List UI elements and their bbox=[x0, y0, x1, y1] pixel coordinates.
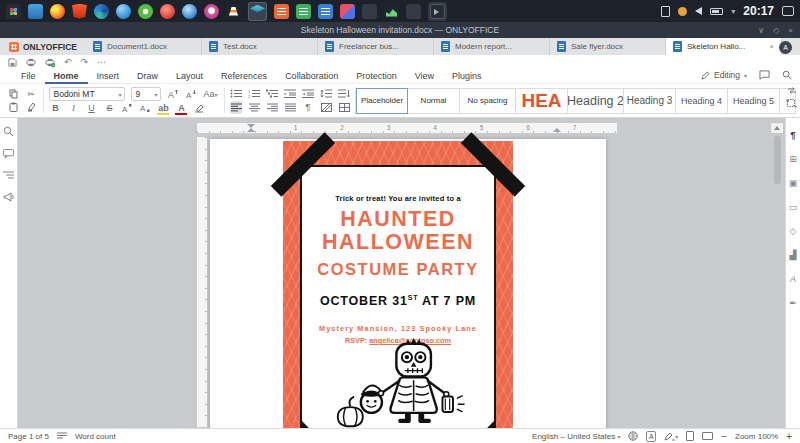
menu-draw[interactable]: Draw bbox=[128, 69, 167, 84]
notification-dot-icon[interactable] bbox=[678, 7, 687, 16]
minimize-button[interactable]: ∨ bbox=[758, 26, 764, 35]
quick-print-button[interactable] bbox=[45, 58, 55, 67]
globe-icon[interactable] bbox=[628, 431, 638, 441]
tab-modern-report[interactable]: Modern report... bbox=[434, 38, 550, 55]
navigation-icon[interactable] bbox=[3, 171, 14, 180]
page-indicator[interactable]: Page 1 of 5 bbox=[8, 432, 49, 441]
save-button[interactable] bbox=[8, 58, 17, 67]
battery-icon[interactable] bbox=[710, 8, 723, 15]
paste-button[interactable] bbox=[7, 101, 19, 114]
graphics-app-icon[interactable] bbox=[340, 4, 355, 19]
clipboard-tray-icon[interactable] bbox=[661, 6, 670, 17]
green-app-icon[interactable] bbox=[138, 4, 153, 19]
header-footer-settings-icon[interactable]: ▭ bbox=[787, 200, 800, 213]
line-spacing-button[interactable] bbox=[320, 87, 332, 100]
menu-view[interactable]: View bbox=[406, 69, 443, 84]
right-indent-marker[interactable] bbox=[553, 128, 561, 132]
onlyoffice-taskbar-item[interactable] bbox=[248, 2, 267, 21]
search-button[interactable] bbox=[782, 70, 792, 80]
close-button[interactable]: × bbox=[788, 26, 793, 35]
firefox-icon[interactable] bbox=[50, 4, 65, 19]
bold-button[interactable]: B bbox=[49, 101, 61, 114]
underline-button[interactable]: U bbox=[85, 101, 97, 114]
replace-button[interactable] bbox=[787, 86, 797, 95]
menu-collaboration[interactable]: Collaboration bbox=[276, 69, 347, 84]
editing-mode-selector[interactable]: Editing ▾ bbox=[701, 70, 747, 80]
word-count-label[interactable]: Word count bbox=[75, 432, 116, 441]
user-avatar[interactable]: A bbox=[779, 41, 792, 54]
horizontal-ruler[interactable]: 1 2 3 4 5 6 7 bbox=[196, 122, 618, 134]
style-placeholder[interactable]: Placeholder bbox=[356, 88, 408, 114]
zoom-out-button[interactable]: − bbox=[721, 431, 727, 442]
vlc-icon[interactable] bbox=[226, 4, 241, 19]
style-no-spacing[interactable]: No spacing bbox=[460, 88, 516, 114]
document-area[interactable]: 1 2 3 4 5 6 7 Trick or treat! You are in… bbox=[0, 118, 800, 428]
tab-close-icon[interactable]: × bbox=[769, 42, 774, 51]
decrease-font-button[interactable]: A bbox=[185, 88, 197, 101]
align-justify-button[interactable] bbox=[284, 101, 296, 114]
menu-plugins[interactable]: Plugins bbox=[443, 69, 491, 84]
customize-quick-access-button[interactable]: ⋯ bbox=[97, 58, 106, 67]
change-case-button[interactable]: Aa▾ bbox=[203, 88, 217, 101]
scroll-up-button[interactable] bbox=[770, 122, 784, 134]
shading-button[interactable] bbox=[320, 101, 332, 114]
style-heading3[interactable]: Heading 3 bbox=[624, 88, 676, 114]
multilevel-list-button[interactable] bbox=[266, 87, 278, 100]
language-selector[interactable]: English – United States ▾ bbox=[532, 432, 620, 441]
style-heading1[interactable]: HEA bbox=[516, 88, 568, 114]
file-manager-icon[interactable] bbox=[28, 4, 43, 19]
menu-home[interactable]: Home bbox=[45, 69, 88, 84]
font-size-select[interactable]: 9▾ bbox=[131, 87, 161, 101]
menu-insert[interactable]: Insert bbox=[88, 69, 129, 84]
tab-sale-flyer[interactable]: Sale flyer.docx bbox=[550, 38, 666, 55]
print-button[interactable] bbox=[26, 58, 36, 67]
strikethrough-button[interactable]: S bbox=[103, 101, 115, 114]
copy-style-button[interactable] bbox=[25, 101, 37, 114]
paragraph-sort-button[interactable] bbox=[338, 87, 350, 100]
numbered-list-button[interactable]: 12 bbox=[248, 87, 260, 100]
maximize-button[interactable]: ◇ bbox=[773, 26, 779, 35]
left-indent-marker[interactable] bbox=[247, 128, 255, 132]
font-color-button[interactable]: A bbox=[175, 101, 187, 114]
workspace-icon[interactable] bbox=[782, 6, 794, 16]
utility-app-icon[interactable] bbox=[406, 4, 421, 19]
dark-app-icon[interactable] bbox=[362, 4, 377, 19]
zoom-level[interactable]: Zoom 100% bbox=[735, 432, 778, 441]
red-app-icon[interactable] bbox=[160, 4, 175, 19]
font-name-select[interactable]: Bodoni MT▾ bbox=[49, 87, 125, 101]
track-changes-icon[interactable]: ▾ bbox=[664, 432, 678, 441]
style-normal[interactable]: Normal bbox=[408, 88, 460, 114]
shape-settings-icon[interactable]: ◇ bbox=[787, 224, 800, 237]
menu-protection[interactable]: Protection bbox=[347, 69, 406, 84]
fit-width-icon[interactable] bbox=[702, 432, 713, 440]
app-launcher-icon[interactable] bbox=[6, 4, 21, 19]
borders-button[interactable] bbox=[338, 101, 350, 114]
chat-button[interactable] bbox=[759, 70, 770, 80]
fit-page-icon[interactable] bbox=[686, 431, 694, 441]
align-center-button[interactable] bbox=[248, 101, 260, 114]
chart-settings-icon[interactable]: ▟ bbox=[787, 248, 800, 261]
onlyoffice-brand[interactable]: ONLYOFFICE bbox=[0, 38, 86, 55]
comments-icon[interactable] bbox=[3, 149, 14, 159]
superscript-button[interactable]: A bbox=[121, 101, 133, 114]
italic-button[interactable]: I bbox=[67, 101, 79, 114]
clear-style-button[interactable] bbox=[193, 101, 205, 114]
tab-skeleton-halloween[interactable]: Skeleton Hallo...× bbox=[666, 38, 782, 55]
undo-button[interactable]: ↶ bbox=[64, 58, 72, 67]
decrease-indent-button[interactable] bbox=[284, 87, 296, 100]
onlyoffice-sheets-icon[interactable] bbox=[296, 4, 311, 19]
image-settings-icon[interactable]: ▣ bbox=[787, 176, 800, 189]
nonprinting-chars-button[interactable]: ¶ bbox=[302, 101, 314, 114]
document-page[interactable]: Trick or treat! You are invited to a HAU… bbox=[210, 139, 606, 428]
find-icon[interactable] bbox=[3, 126, 14, 137]
paragraph-settings-icon[interactable]: ¶ bbox=[787, 128, 800, 141]
tab-document1[interactable]: Document1.docx bbox=[86, 38, 202, 55]
web-globe-icon[interactable] bbox=[182, 4, 197, 19]
align-right-button[interactable] bbox=[266, 101, 278, 114]
style-heading4[interactable]: Heading 4 bbox=[676, 88, 728, 114]
cut-button[interactable]: ✂ bbox=[25, 87, 37, 100]
brave-icon[interactable] bbox=[72, 4, 87, 19]
feedback-icon[interactable] bbox=[3, 192, 15, 202]
highlight-color-button[interactable]: ab bbox=[157, 101, 169, 114]
vertical-ruler[interactable] bbox=[196, 136, 208, 428]
